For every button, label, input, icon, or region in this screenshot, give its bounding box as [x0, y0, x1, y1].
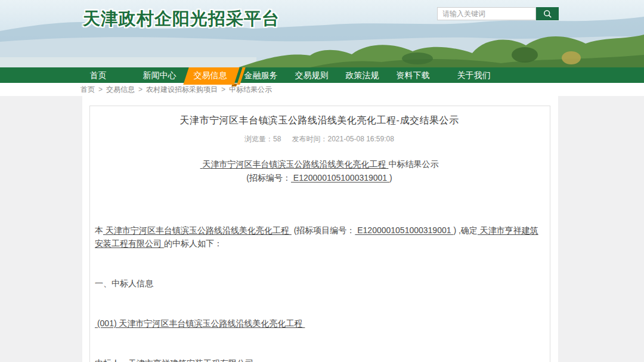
site-title: 天津政村企阳光招采平台 — [83, 7, 280, 31]
breadcrumb-separator: > — [221, 85, 225, 94]
announcement-body: 本 天津市宁河区丰台镇滨玉公路线沿线美化亮化工程 (招标项目编号： E12000… — [95, 197, 544, 362]
announcement-card: 天津市宁河区丰台镇滨玉公路线沿线美化亮化工程-成交结果公示 浏览量：58发布时间… — [89, 106, 550, 362]
article-meta: 浏览量：58发布时间：2021-05-08 16:59:08 — [95, 134, 544, 144]
winner-name: 天津市亨祥建筑安装工程有限公司 — [128, 358, 253, 362]
publish-time: 2021-05-08 16:59:08 — [327, 135, 394, 143]
nav-item-news[interactable]: 新闻中心 — [134, 67, 185, 83]
article-title: 天津市宁河区丰台镇滨玉公路线沿线美化亮化工程-成交结果公示 — [95, 115, 544, 127]
nav-item-policies[interactable]: 政策法规 — [337, 67, 388, 83]
tender-code: E1200001051000319001 — [291, 173, 389, 182]
nav-item-trade-rules[interactable]: 交易规则 — [286, 67, 337, 83]
section-1-item: (001) 天津市宁河区丰台镇滨玉公路线沿线美化亮化工程 — [95, 317, 544, 330]
announcement-subtitle: 天津市宁河区丰台镇滨玉公路线沿线美化亮化工程 中标结果公示(招标编号： E120… — [95, 157, 544, 185]
intro-project-name: 天津市宁河区丰台镇滨玉公路线沿线美化亮化工程 — [103, 225, 292, 235]
subtitle-suffix: 中标结果公示 — [388, 159, 438, 169]
header-banner: 天津政村企阳光招采平台 — [0, 0, 644, 67]
breadcrumb-separator: > — [138, 85, 143, 94]
breadcrumb-separator: > — [98, 85, 103, 94]
section-1-heading: 一、中标人信息 — [95, 277, 544, 290]
breadcrumb-trade-info[interactable]: 交易信息 — [106, 85, 135, 95]
nav-item-trade-info[interactable]: 交易信息 — [185, 67, 236, 83]
search-bar — [437, 7, 559, 20]
winner-line: 中标人：天津市亨祥建筑安装工程有限公司 — [95, 357, 544, 362]
views-count: 58 — [273, 135, 281, 143]
nav-item-about[interactable]: 关于我们 — [448, 67, 499, 83]
breadcrumb-home[interactable]: 首页 — [80, 85, 95, 95]
nav-item-label: 交易信息 — [194, 70, 227, 80]
nav-item-home[interactable]: 首页 — [73, 67, 123, 83]
publish-time-label: 发布时间： — [292, 135, 327, 143]
breadcrumb-rural-projects[interactable]: 农村建设招标采购项目 — [146, 85, 218, 95]
page-body: 天津市宁河区丰台镇滨玉公路线沿线美化亮化工程-成交结果公示 浏览量：58发布时间… — [0, 96, 644, 362]
search-input[interactable] — [437, 7, 536, 20]
tender-code-prefix: (招标编号： — [246, 173, 291, 182]
breadcrumb: 首页 > 交易信息 > 农村建设招标采购项目 > 中标结果公示 — [0, 83, 644, 96]
views-label: 浏览量： — [244, 135, 273, 143]
nav-item-downloads[interactable]: 资料下载 — [388, 67, 438, 83]
subtitle-project-name: 天津市宁河区丰台镇滨玉公路线沿线美化亮化工程 — [200, 159, 389, 169]
intro-project-code: E1200001051000319001 — [355, 225, 453, 235]
nav-item-finance[interactable]: 金融服务 — [236, 67, 286, 83]
tender-code-suffix: ) — [389, 173, 392, 182]
search-icon — [543, 10, 552, 18]
content-wrapper: 天津市宁河区丰台镇滨玉公路线沿线美化亮化工程-成交结果公示 浏览量：58发布时间… — [82, 96, 558, 362]
search-button[interactable] — [536, 7, 559, 20]
intro-paragraph: 本 天津市宁河区丰台镇滨玉公路线沿线美化亮化工程 (招标项目编号： E12000… — [95, 224, 544, 250]
main-navigation: 首页 新闻中心 交易信息 金融服务 交易规则 政策法规 资料下载 关于我们 — [0, 67, 644, 83]
